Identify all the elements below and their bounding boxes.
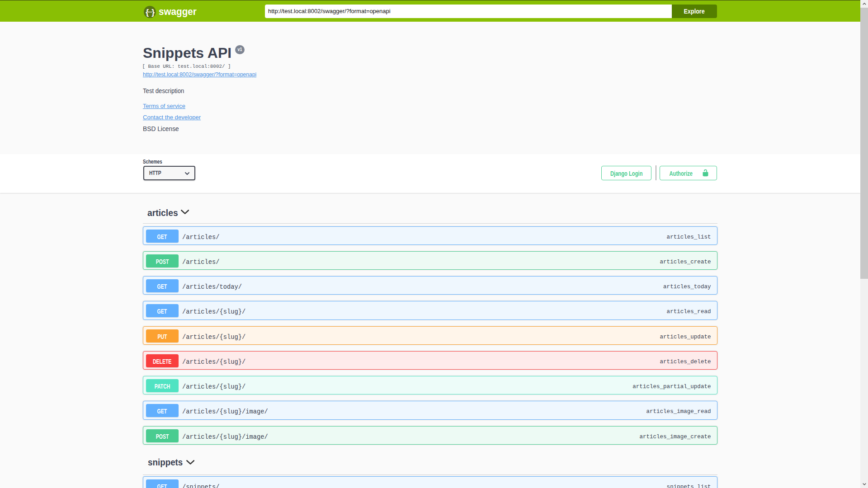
svg-text:}: } <box>151 8 155 17</box>
